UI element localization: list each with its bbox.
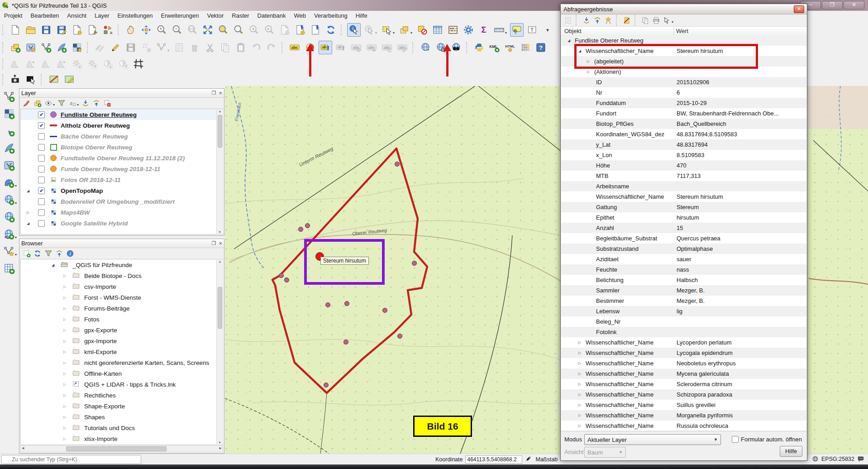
text-annotation-icon[interactable]: T <box>525 23 539 37</box>
layer-label[interactable]: Fundtabelle Oberer Reutweg 11.12.2018 (2… <box>61 155 185 162</box>
paste-features-icon[interactable] <box>234 41 248 54</box>
result-row[interactable]: Biotop_PflGesBach_Quellbereich <box>561 119 806 129</box>
browser-folder[interactable]: ▷csv-Importe <box>21 281 223 292</box>
color-palette-icon[interactable] <box>519 41 532 54</box>
result-row[interactable]: ◢Fundliste Oberer Reutweg <box>561 35 806 46</box>
cut-features-icon[interactable] <box>203 41 217 54</box>
project-open-icon[interactable] <box>24 23 38 37</box>
select-by-value-icon[interactable]: ▾ <box>398 23 414 37</box>
layer-labeling-icon[interactable]: abc <box>288 41 301 54</box>
fund-point[interactable] <box>325 302 330 307</box>
epsg-code[interactable]: EPSG:25832 <box>821 456 854 462</box>
open-form-icon[interactable] <box>563 15 573 25</box>
layer-item[interactable]: ✔Altholz Oberer Reutweg <box>21 120 223 131</box>
toggle-editing-icon[interactable] <box>109 41 122 54</box>
layer-item[interactable]: Fotos OR 2018-12-11 <box>21 174 223 185</box>
layer-visibility-checkbox[interactable] <box>38 198 45 205</box>
add-spatialite-layer-icon[interactable] <box>2 141 18 155</box>
extent-pen-icon[interactable] <box>525 455 532 464</box>
browser-folder[interactable]: ▷xlsx-Importe <box>21 433 223 444</box>
zoom-to-selection-icon[interactable] <box>216 23 230 37</box>
offline-editing-icon[interactable] <box>419 41 432 54</box>
add-package-layer-icon[interactable] <box>24 41 38 54</box>
measure-line-icon[interactable]: ▾ <box>492 23 508 37</box>
help-contents-icon[interactable]: ? <box>534 41 548 54</box>
layer-item[interactable]: ◢Google Satellite Hybrid <box>21 218 223 229</box>
map-edit-tool-icon[interactable] <box>62 72 76 86</box>
metasearch-icon[interactable] <box>449 41 463 54</box>
result-row[interactable]: BestimmerMezger, B. <box>561 296 806 306</box>
vertex-tool-icon[interactable]: ▾ <box>155 41 171 54</box>
column-objekt[interactable]: Objekt <box>564 28 582 34</box>
result-row[interactable]: ▷(Aktionen) <box>561 67 806 77</box>
fund-point[interactable] <box>279 273 284 278</box>
result-row[interactable]: Feuchtenass <box>561 264 806 275</box>
fund-point[interactable] <box>395 162 400 167</box>
add-vector-layer-icon[interactable] <box>2 89 18 104</box>
menu-web[interactable]: Web <box>290 11 310 20</box>
add-mesh-layer-icon[interactable] <box>2 158 18 172</box>
zoom-out-icon[interactable]: − <box>170 23 184 37</box>
layer-label[interactable]: Funde Oberer Reutweg 2018-12-11 <box>61 166 160 172</box>
new-shapefile-layer-icon[interactable]: ▾ <box>2 244 18 258</box>
select-by-area-icon[interactable]: ▾ <box>380 23 396 37</box>
change-label-icon[interactable]: abc <box>396 41 409 54</box>
identify-mode-icon[interactable]: ▾ <box>662 15 674 25</box>
grid-crosshatch-icon[interactable] <box>132 57 145 71</box>
browser-folder[interactable]: ▷Tutorials und Docs <box>21 422 223 433</box>
open-attribute-table-icon[interactable] <box>431 23 444 37</box>
expand-new-results-icon[interactable] <box>603 15 613 25</box>
close-panel-icon[interactable]: × <box>219 241 222 246</box>
layer-visibility-checkbox[interactable]: ✔ <box>38 122 45 129</box>
expand-all-icon[interactable] <box>81 98 91 108</box>
browser-folder[interactable]: ▷nicht georeferenzierte Karten, Scans, S… <box>21 357 223 368</box>
clear-results-icon[interactable] <box>622 15 632 25</box>
browser-folder[interactable]: ▷gpx-Importe <box>21 335 223 346</box>
layer-visibility-checkbox[interactable] <box>38 220 45 227</box>
show-statistics-icon[interactable]: Σ <box>477 23 491 37</box>
layer-item[interactable]: ▷Maps4BW <box>21 207 223 218</box>
browser-folder[interactable]: ▷Shapes <box>21 412 223 422</box>
browser-folder[interactable]: ▷Fotos <box>21 314 223 325</box>
result-row[interactable]: Fotolink <box>561 327 806 337</box>
help-button[interactable]: Hilfe <box>780 446 802 457</box>
manage-visibility-icon[interactable]: ▾ <box>43 98 56 108</box>
pan-to-selection-icon[interactable] <box>139 23 153 37</box>
fund-point[interactable] <box>382 308 387 313</box>
layer-label[interactable]: OpenTopoMap <box>61 187 103 194</box>
layer-visibility-checkbox[interactable] <box>38 166 45 172</box>
dialog-title-bar[interactable]: Abfrageergebnisse ✕ <box>561 4 807 14</box>
layer-item[interactable]: Bodenrelief OR Umgebung _modifiziert <box>21 196 223 207</box>
zoom-full-icon[interactable] <box>201 23 215 37</box>
add-delimited-text-layer-icon[interactable]: , <box>2 124 18 138</box>
layer-visibility-checkbox[interactable]: ✔ <box>38 111 45 118</box>
browser-folder[interactable]: ▷gpx-Exporte <box>21 325 223 335</box>
fund-point[interactable] <box>344 301 349 306</box>
add-wcs-layer-icon[interactable] <box>2 210 18 224</box>
annotation-dropdown-icon[interactable]: ▾ <box>541 23 554 37</box>
style-manager-icon[interactable]: a <box>101 23 114 37</box>
new-geopackage-layer-icon[interactable] <box>2 261 18 276</box>
local-cumulative-stretch-icon[interactable] <box>39 57 53 71</box>
browser-folder[interactable]: ▷kml-Exporte <box>21 346 223 357</box>
menu-raster[interactable]: Raster <box>228 11 253 20</box>
menu-einstellungen[interactable]: Einstellungen <box>114 11 157 20</box>
raise-brightness-icon[interactable] <box>70 57 84 71</box>
autoform-checkbox[interactable] <box>732 436 739 443</box>
result-row[interactable]: BelichtungHalbsch <box>561 275 806 285</box>
result-row[interactable]: Wissenschaftlicher_NameStereum hirsutum <box>561 191 806 202</box>
current-edits-icon[interactable] <box>93 41 107 54</box>
expand-tree-icon[interactable] <box>582 15 591 25</box>
collapse-tree-icon[interactable] <box>592 15 602 25</box>
modify-attributes-icon[interactable] <box>172 41 186 54</box>
layer-list-scrollbar[interactable]: ▲▼ <box>216 110 223 234</box>
browser-root-folder[interactable]: ◢_QGIS für Pilzfreunde <box>21 259 223 270</box>
add-node-layer-icon[interactable] <box>39 41 53 54</box>
menu-datenbank[interactable]: Datenbank <box>253 11 290 20</box>
menu-hilfe[interactable]: Hilfe <box>352 11 372 20</box>
select-features-icon[interactable]: ▾ <box>362 23 378 37</box>
layer-item[interactable]: Fundtabelle Oberer Reutweg 11.12.2018 (2… <box>21 153 223 163</box>
zoom-to-layer-icon[interactable] <box>232 23 245 37</box>
full-histogram-stretch-icon[interactable] <box>24 57 38 71</box>
browser-scrollbar[interactable]: ▲▼ <box>216 260 223 444</box>
